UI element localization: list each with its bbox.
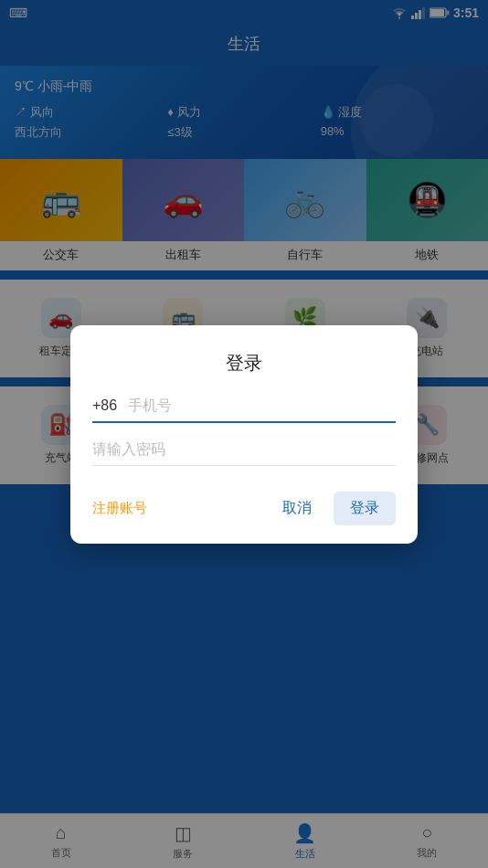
password-row xyxy=(92,441,396,466)
dialog-title: 登录 xyxy=(92,351,396,376)
login-dialog: 登录 +86 注册账号 取消 登录 xyxy=(70,325,418,544)
dialog-actions: 注册账号 取消 登录 xyxy=(92,492,396,525)
register-button[interactable]: 注册账号 xyxy=(92,500,147,517)
phone-input-row: +86 xyxy=(92,397,396,423)
cancel-button[interactable]: 取消 xyxy=(271,492,323,525)
action-buttons: 取消 登录 xyxy=(271,492,396,525)
login-button[interactable]: 登录 xyxy=(334,492,396,525)
password-input[interactable] xyxy=(92,441,396,458)
modal-overlay: 登录 +86 注册账号 取消 登录 xyxy=(0,0,488,868)
country-code: +86 xyxy=(92,397,117,414)
phone-input[interactable] xyxy=(128,397,396,414)
